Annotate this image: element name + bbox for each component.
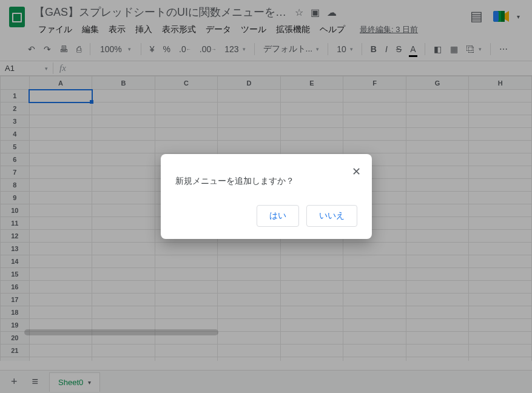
dialog-message: 新規メニューを追加しますか？ xyxy=(175,176,357,187)
modal-scrim: ✕ 新規メニューを追加しますか？ はい いいえ xyxy=(0,0,532,393)
no-button[interactable]: いいえ xyxy=(306,205,357,227)
confirm-dialog: ✕ 新規メニューを追加しますか？ はい いいえ xyxy=(161,154,372,239)
close-icon[interactable]: ✕ xyxy=(352,165,361,178)
yes-button[interactable]: はい xyxy=(257,205,299,227)
